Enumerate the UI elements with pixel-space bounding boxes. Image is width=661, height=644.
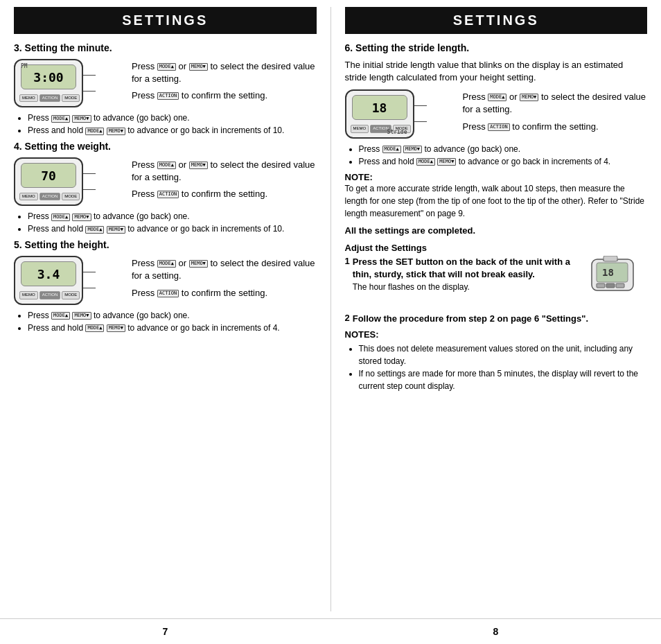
page-right: 8 xyxy=(493,626,499,637)
s6-b1-paren: MEMO▼ xyxy=(403,146,422,153)
section5-device-area: 3.4 MEMO ACTION MODE xyxy=(14,256,317,304)
section3-btn-mode: MODE xyxy=(62,94,80,102)
section4-device: 70 MEMO ACTION MODE xyxy=(14,157,83,206)
section6-btn-memo: MEMO xyxy=(351,125,369,132)
section6-bullets: Press MODE▲ MEMO▼ to advance (go back) o… xyxy=(352,143,648,168)
s6-b2-paren: MEMO▼ xyxy=(437,158,456,166)
section6-instr1: Press MODE▲ or MEMO▼ to select the desir… xyxy=(463,91,648,116)
section4-btn-action: ACTION xyxy=(39,193,61,200)
column-divider xyxy=(330,7,331,611)
s5-b2-paren: MEMO▼ xyxy=(107,324,125,332)
adjust-item2-num: 2 xyxy=(345,313,350,325)
section6-screen: 18 Stride xyxy=(352,95,407,120)
section5-device: 3.4 MEMO ACTION MODE xyxy=(14,256,83,304)
section4-buttons: MEMO ACTION MODE xyxy=(15,191,82,204)
pedometer-svg: 18 xyxy=(588,256,647,301)
action-icon-s3: ACTION xyxy=(157,92,179,100)
svg-rect-5 xyxy=(616,284,624,288)
section4-instructions: Press MODE▲ or MEMO▼ to select the desir… xyxy=(132,159,317,205)
adjust-item1: 1 18 xyxy=(345,256,648,308)
section3: 3. Setting the minute. 3:00 PM MEMO ACTI… xyxy=(14,42,317,137)
section4-screen: 70 xyxy=(21,163,76,188)
s4-b1-icon1: MODE▲ xyxy=(51,214,70,221)
page-left: 7 xyxy=(163,626,168,637)
left-column: SETTINGS 3. Setting the minute. 3:00 PM … xyxy=(7,7,324,611)
section5-instr2: Press ACTION to confirm the setting. xyxy=(132,287,317,299)
notes-header: NOTES: xyxy=(345,329,648,340)
s5-memo-down-icon: MEMO▼ xyxy=(189,260,208,268)
section3-btn-action: ACTION xyxy=(39,94,61,102)
svg-rect-3 xyxy=(597,284,605,288)
s6-b1-icon1: MODE▲ xyxy=(382,146,401,153)
section3-bullets: Press MODE▲ MEMO▼ to advance (go back) o… xyxy=(21,112,317,137)
s3-b2-paren: MEMO▼ xyxy=(107,128,125,135)
section5: 5. Setting the height. 3.4 MEMO ACTION M… xyxy=(14,239,317,333)
section5-btn-mode: MODE xyxy=(62,291,80,299)
right-column: SETTINGS 6. Setting the stride length. T… xyxy=(338,7,655,611)
memo-down-icon: MEMO▼ xyxy=(189,63,208,71)
note2: If no settings are made for more than 5 … xyxy=(359,367,648,392)
notes-section: NOTES: This does not delete measurement … xyxy=(345,329,648,392)
section3-screen: 3:00 PM xyxy=(21,64,76,89)
footer: 7 8 xyxy=(0,618,661,644)
adjust-section: Adjust the Settings 1 18 xyxy=(345,243,648,392)
left-settings-header: SETTINGS xyxy=(14,7,317,34)
section6-bullet2: Press and hold MODE▲ MEMO▼ to advance or… xyxy=(359,155,648,168)
section3-buttons: MEMO ACTION MODE xyxy=(15,92,82,106)
section6-device-area: 18 Stride MEMO ACTION MODE xyxy=(345,89,648,138)
section6-instructions: Press MODE▲ or MEMO▼ to select the desir… xyxy=(463,91,648,137)
action-icon-s5: ACTION xyxy=(157,290,179,297)
svg-rect-4 xyxy=(606,284,615,288)
action-icon-s6: ACTION xyxy=(488,123,509,131)
adjust-header: Adjust the Settings xyxy=(345,243,648,253)
s5-b2-icon1: MODE▲ xyxy=(85,324,104,332)
s4-b2-paren: MEMO▼ xyxy=(107,226,125,234)
section6-note-label: NOTE: xyxy=(345,172,373,182)
action-icon-s4: ACTION xyxy=(157,191,179,198)
section4-instr2: Press ACTION to confirm the setting. xyxy=(132,188,317,200)
s4-mode-up-icon: MODE▲ xyxy=(157,162,176,169)
section3-btn-memo: MEMO xyxy=(19,94,38,102)
section5-device-wrapper: 3.4 MEMO ACTION MODE xyxy=(14,256,132,304)
section3-instr2: Press ACTION to confirm the setting. xyxy=(132,89,317,102)
s5-b1-paren: MEMO▼ xyxy=(72,312,91,320)
section6-note: NOTE: To get a more accurate stride leng… xyxy=(345,172,648,220)
section5-screen: 3.4 xyxy=(21,261,76,286)
section3-title: 3. Setting the minute. xyxy=(14,42,317,53)
right-settings-header: SETTINGS xyxy=(345,7,648,34)
adjust-item2: 2 Follow the procedure from step 2 on pa… xyxy=(345,313,648,325)
section6-device: 18 Stride MEMO ACTION MODE xyxy=(345,89,414,138)
section4-lines xyxy=(83,173,96,190)
adjust-item2-text: Follow the procedure from step 2 on page… xyxy=(353,313,588,325)
section6-lines xyxy=(414,105,427,122)
notes-bullets: This does not delete measurement values … xyxy=(352,342,648,392)
section4-title: 4. Setting the weight. xyxy=(14,141,317,152)
section5-buttons: MEMO ACTION MODE xyxy=(15,289,82,303)
s3-b1-paren: MEMO▼ xyxy=(72,115,91,123)
section6-title: 6. Setting the stride length. xyxy=(345,42,648,53)
section3-device-area: 3:00 PM MEMO ACTION MODE xyxy=(14,59,317,107)
section4-bullet2: Press and hold MODE▲ MEMO▼ to advance or… xyxy=(28,223,317,235)
all-complete: All the settings are completed. xyxy=(345,225,648,236)
section5-title: 5. Setting the height. xyxy=(14,239,317,250)
section6-instr2: Press ACTION to confirm the setting. xyxy=(463,121,648,133)
adjust-item1-content: 18 Press the SET button on the back of t… xyxy=(353,256,647,308)
section5-btn-action: ACTION xyxy=(39,291,61,299)
section5-btn-memo: MEMO xyxy=(19,291,38,299)
section4-device-wrapper: 70 MEMO ACTION MODE xyxy=(14,157,132,206)
section4: 4. Setting the weight. 70 MEMO ACTION MO… xyxy=(14,141,317,235)
s4-b2-icon1: MODE▲ xyxy=(85,226,104,234)
svg-text:18: 18 xyxy=(602,267,614,278)
section3-lines xyxy=(83,75,96,92)
section4-bullets: Press MODE▲ MEMO▼ to advance (go back) o… xyxy=(21,210,317,235)
section5-instructions: Press MODE▲ or MEMO▼ to select the desir… xyxy=(132,257,317,304)
section3-bullet2: Press and hold MODE▲ MEMO▼ to advance or… xyxy=(28,124,317,137)
s6-b2-icon1: MODE▲ xyxy=(416,158,435,166)
s4-b1-paren: MEMO▼ xyxy=(72,214,91,221)
section3-instr1: Press MODE▲ or MEMO▼ to select the desir… xyxy=(132,60,317,85)
s5-b1-icon1: MODE▲ xyxy=(51,312,70,320)
section5-bullet1: Press MODE▲ MEMO▼ to advance (go back) o… xyxy=(28,309,317,322)
note1: This does not delete measurement values … xyxy=(359,342,648,367)
s5-mode-up-icon: MODE▲ xyxy=(157,260,176,268)
pedometer-illustration: 18 xyxy=(588,256,647,303)
